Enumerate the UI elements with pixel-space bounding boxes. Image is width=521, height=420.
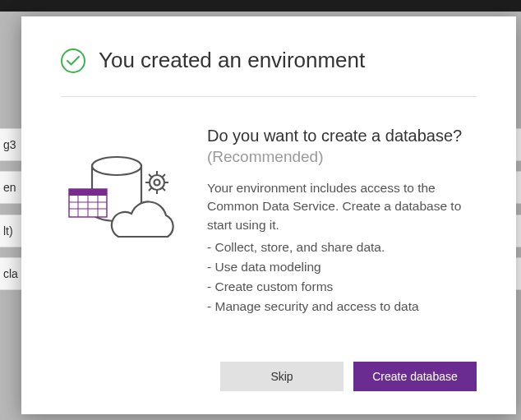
dialog-bullets: - Collect, store, and share data. - Use … [207, 238, 477, 316]
dialog-title-row: You created an environment [61, 48, 477, 73]
svg-line-7 [149, 174, 152, 178]
dialog-title: You created an environment [99, 48, 365, 73]
svg-point-0 [92, 157, 141, 175]
dialog-question: Do you want to create a database? [207, 125, 477, 146]
create-database-dialog: You created an environment [21, 16, 516, 414]
divider [61, 96, 477, 97]
dialog-text-column: Do you want to create a database? (Recom… [207, 125, 477, 316]
svg-point-1 [150, 175, 164, 190]
svg-point-2 [154, 180, 160, 186]
recommended-label: (Recommended) [207, 148, 477, 166]
list-item: - Create custom forms [207, 277, 477, 297]
svg-line-9 [149, 188, 152, 192]
list-item: - Collect, store, and share data. [207, 238, 477, 257]
skip-button[interactable]: Skip [220, 362, 343, 391]
success-check-icon [61, 48, 85, 73]
list-item: - Use data modeling [207, 257, 477, 277]
database-illustration [61, 125, 196, 316]
dialog-content: Do you want to create a database? (Recom… [61, 125, 477, 316]
create-database-button[interactable]: Create database [353, 362, 477, 391]
dialog-description: Your environment includes access to the … [207, 179, 477, 234]
svg-line-8 [163, 188, 166, 192]
svg-line-10 [163, 174, 166, 178]
header-bar [0, 0, 521, 12]
dialog-footer: Skip Create database [220, 362, 477, 391]
list-item: - Manage security and access to data [207, 297, 477, 316]
